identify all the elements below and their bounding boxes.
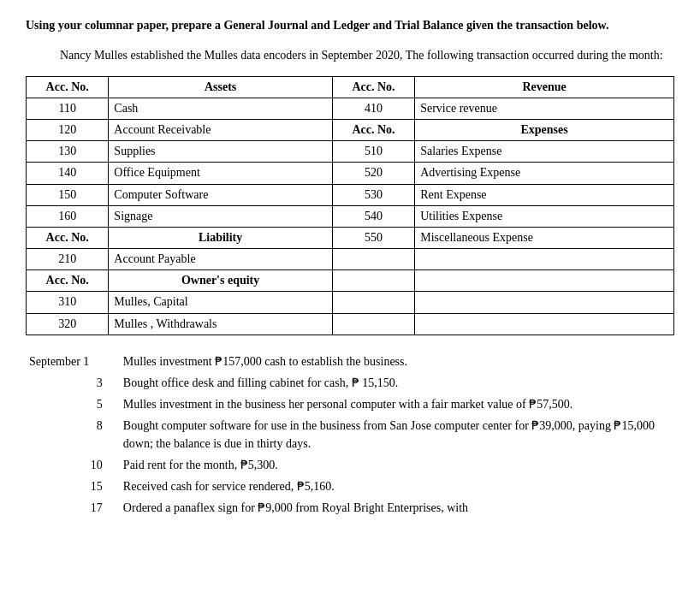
transaction-date: 5: [26, 394, 120, 415]
intro-text: Nancy Mulles established the Mulles data…: [60, 46, 674, 64]
table-row: 140 Office Equipment 520 Advertising Exp…: [27, 163, 674, 184]
left-name-cell: Liability: [109, 227, 333, 248]
right-accno-cell: 520: [332, 163, 414, 184]
instruction-text: Using your columnar paper, prepare a Gen…: [26, 17, 674, 34]
right-name-cell: [415, 313, 674, 335]
right-name-cell: [415, 292, 674, 313]
table-row: 210 Account Payable: [27, 249, 674, 270]
transaction-description: Ordered a panaflex sign for ₱9,000 from …: [120, 497, 674, 518]
right-name-cell: Utilities Expense: [415, 205, 674, 227]
left-name-cell: Account Payable: [109, 249, 333, 270]
transaction-date: 8: [26, 415, 120, 454]
transactions-body: September 1 Mulles investment ₱157,000 c…: [26, 351, 674, 518]
left-name-cell: Signage: [109, 205, 333, 227]
left-accno-cell: 160: [27, 205, 109, 227]
table-row: 130 Supplies 510 Salaries Expense: [27, 141, 674, 163]
table-header-row: Acc. No. Assets Acc. No. Revenue: [27, 76, 674, 98]
right-name-cell: Service revenue: [415, 98, 674, 119]
transactions-section: September 1 Mulles investment ₱157,000 c…: [26, 351, 674, 518]
transaction-row: 3 Bought office desk and filling cabinet…: [26, 372, 674, 394]
left-accno-cell: 320: [27, 313, 109, 335]
right-accno-cell: 410: [332, 98, 414, 119]
transaction-row: 15 Received cash for service rendered, ₱…: [26, 476, 674, 497]
right-accno-cell: [332, 249, 414, 270]
transaction-row: 8 Bought computer software for use in th…: [26, 415, 674, 454]
right-name-cell: Advertising Expense: [415, 163, 674, 184]
accounts-table: Acc. No. Assets Acc. No. Revenue 110 Cas…: [26, 76, 674, 335]
left-name-cell: Account Receivable: [109, 119, 333, 140]
table-row: Acc. No. Liability 550 Miscellaneous Exp…: [27, 227, 674, 248]
right-name-cell: [415, 270, 674, 292]
left-name-cell: Cash: [109, 98, 333, 119]
right-name-cell: Salaries Expense: [415, 141, 674, 163]
right-accno-cell: [332, 270, 414, 292]
left-accno-cell: 130: [27, 141, 109, 163]
right-name-cell: [415, 249, 674, 270]
right-accno-cell: 550: [332, 227, 414, 248]
left-accno-cell: Acc. No.: [27, 227, 109, 248]
table-row: 120 Account Receivable Acc. No. Expenses: [27, 119, 674, 140]
header-left-accno: Acc. No.: [27, 76, 109, 98]
transaction-row: September 1 Mulles investment ₱157,000 c…: [26, 351, 674, 372]
left-accno-cell: Acc. No.: [27, 270, 109, 292]
left-accno-cell: 310: [27, 292, 109, 313]
transaction-date: 15: [26, 476, 120, 497]
right-name-cell: Expenses: [415, 119, 674, 140]
transaction-description: Received cash for service rendered, ₱5,1…: [120, 476, 674, 497]
table-row: 320 Mulles , Withdrawals: [27, 313, 674, 335]
table-row: 150 Computer Software 530 Rent Expense: [27, 184, 674, 205]
left-name-cell: Office Equipment: [109, 163, 333, 184]
table-row: 310 Mulles, Capital: [27, 292, 674, 313]
accounts-table-container: Acc. No. Assets Acc. No. Revenue 110 Cas…: [26, 76, 674, 335]
table-body: 110 Cash 410 Service revenue 120 Account…: [27, 98, 674, 335]
transaction-description: Bought office desk and filling cabinet f…: [120, 372, 674, 394]
transaction-description: Mulles investment ₱157,000 cash to estab…: [120, 351, 674, 372]
right-name-cell: Miscellaneous Expense: [415, 227, 674, 248]
header-left-name: Assets: [109, 76, 333, 98]
right-accno-cell: 530: [332, 184, 414, 205]
transaction-date: 17: [26, 497, 120, 518]
left-name-cell: Supplies: [109, 141, 333, 163]
left-name-cell: Owner's equity: [109, 270, 333, 292]
transaction-date: 10: [26, 454, 120, 476]
transaction-description: Mulles investment in the business her pe…: [120, 394, 674, 415]
right-accno-cell: Acc. No.: [332, 119, 414, 140]
left-accno-cell: 110: [27, 98, 109, 119]
transaction-date: 3: [26, 372, 120, 394]
right-name-cell: Rent Expense: [415, 184, 674, 205]
table-row: Acc. No. Owner's equity: [27, 270, 674, 292]
right-accno-cell: 510: [332, 141, 414, 163]
transaction-description: Bought computer software for use in the …: [120, 415, 674, 454]
table-row: 160 Signage 540 Utilities Expense: [27, 205, 674, 227]
transaction-row: 5 Mulles investment in the business her …: [26, 394, 674, 415]
transaction-row: 10 Paid rent for the month, ₱5,300.: [26, 454, 674, 476]
transactions-table: September 1 Mulles investment ₱157,000 c…: [26, 351, 674, 518]
header-right-accno: Acc. No.: [332, 76, 414, 98]
header-right-name: Revenue: [415, 76, 674, 98]
left-name-cell: Mulles , Withdrawals: [109, 313, 333, 335]
transaction-date: September 1: [26, 351, 120, 372]
right-accno-cell: 540: [332, 205, 414, 227]
left-name-cell: Mulles, Capital: [109, 292, 333, 313]
right-accno-cell: [332, 313, 414, 335]
table-row: 110 Cash 410 Service revenue: [27, 98, 674, 119]
left-name-cell: Computer Software: [109, 184, 333, 205]
left-accno-cell: 140: [27, 163, 109, 184]
right-accno-cell: [332, 292, 414, 313]
transaction-row: 17 Ordered a panaflex sign for ₱9,000 fr…: [26, 497, 674, 518]
left-accno-cell: 120: [27, 119, 109, 140]
left-accno-cell: 210: [27, 249, 109, 270]
left-accno-cell: 150: [27, 184, 109, 205]
transaction-description: Paid rent for the month, ₱5,300.: [120, 454, 674, 476]
